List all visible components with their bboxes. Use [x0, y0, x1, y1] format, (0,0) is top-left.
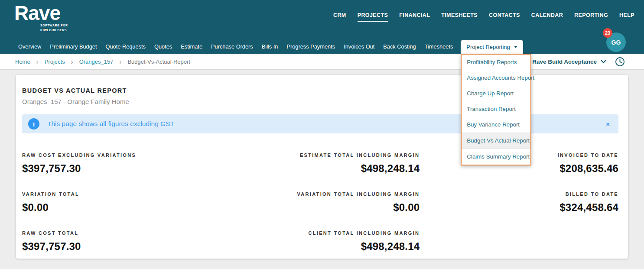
subnav-item-timesheets[interactable]: Timesheets	[424, 40, 454, 54]
logo-tagline: SOFTWARE FOR KIWI BUILDERS	[40, 23, 68, 32]
breadcrumb-bar: Home › Projects › Oranges_157 › Budget-V…	[0, 54, 644, 70]
breadcrumb-separator: ›	[71, 58, 73, 65]
stat-estimate-total-including-margin: ESTIMATE TOTAL INCLUDING MARGIN $498,248…	[221, 152, 420, 175]
clock-icon	[615, 57, 625, 67]
history-clock-button[interactable]	[615, 57, 625, 67]
banner-text: This page shows all figures excluding GS…	[47, 120, 174, 128]
stat-label: VARIATION TOTAL	[22, 191, 221, 197]
app-header: Rave SOFTWARE FOR KIWI BUILDERS CRM PROJ…	[0, 0, 644, 54]
chevron-down-icon	[514, 46, 517, 48]
menu-item-transaction-report[interactable]: Transaction Report	[462, 101, 530, 117]
subnav-item-invoices-out[interactable]: Invoices Out	[343, 40, 375, 54]
chevron-down-icon	[601, 60, 606, 64]
subnav-item-progress-payments[interactable]: Progress Payments	[286, 40, 336, 54]
menu-item-charge-up-report[interactable]: Charge Up Report	[462, 86, 530, 101]
nav-item-timesheets[interactable]: TIMESHEETS	[441, 12, 478, 22]
stat-label: CLIENT TOTAL INCLUDING MARGIN	[221, 230, 420, 236]
close-icon[interactable]: ×	[606, 121, 610, 127]
subnav-item-bills-in[interactable]: Bills In	[261, 40, 279, 54]
subnav-item-purchase-orders[interactable]: Purchase Orders	[210, 40, 254, 54]
menu-item-budget-vs-actual-report[interactable]: Budget Vs Actual Report	[462, 133, 530, 149]
stat-label: ESTIMATE TOTAL INCLUDING MARGIN	[221, 152, 420, 158]
project-reporting-label: Project Reporting	[466, 44, 510, 50]
stat-value: $0.00	[221, 201, 420, 214]
stat-value: $498,248.14	[221, 240, 420, 253]
stat-variation-total-including-margin: VARIATION TOTAL INCLUDING MARGIN $0.00	[221, 191, 420, 214]
stat-label: RAW COST EXCLUDING VARIATIONS	[22, 152, 221, 158]
subnav-item-estimate[interactable]: Estimate	[180, 40, 203, 54]
page-content: BUDGET VS ACTUAL REPORT Oranges_157 - Or…	[0, 70, 644, 259]
nav-item-help[interactable]: HELP	[619, 12, 634, 22]
subnav-item-overview[interactable]: Overview	[17, 40, 42, 54]
stat-raw-cost-total: RAW COST TOTAL $397,757.30	[22, 230, 221, 253]
stat-value: $0.00	[22, 201, 221, 214]
nav-item-financial[interactable]: FINANCIAL	[399, 12, 430, 22]
stat-label: VARIATION TOTAL INCLUDING MARGIN	[221, 191, 420, 197]
project-reporting-dropdown: Profitability Reports Assigned Accounts …	[461, 54, 531, 165]
stat-value: $397,757.30	[22, 240, 221, 253]
breadcrumb-current: Budget-Vs-Actual-Report	[127, 58, 190, 65]
project-selector[interactable]: Rave Build Acceptance	[532, 58, 606, 65]
info-icon: i	[28, 118, 39, 130]
breadcrumb-oranges-157[interactable]: Oranges_157	[79, 58, 114, 65]
subnav-item-quotes[interactable]: Quotes	[153, 40, 173, 54]
breadcrumb-home[interactable]: Home	[15, 58, 30, 65]
stat-value: $397,757.30	[22, 162, 221, 175]
subnav-item-quote-requests[interactable]: Quote Requests	[104, 40, 146, 54]
logo-wordmark: Rave	[14, 3, 68, 23]
stat-empty-cell	[420, 230, 618, 253]
breadcrumb-separator: ›	[36, 58, 39, 65]
stat-variation-total: VARIATION TOTAL $0.00	[22, 191, 221, 214]
tab-project-reporting[interactable]: Project Reporting Profitability Reports …	[461, 40, 523, 54]
stat-label: RAW COST TOTAL	[22, 230, 221, 236]
logo-tagline-line2: KIWI BUILDERS	[40, 28, 68, 33]
stats-grid: RAW COST EXCLUDING VARIATIONS $397,757.3…	[22, 152, 618, 253]
menu-item-profitability-reports[interactable]: Profitability Reports	[462, 55, 530, 70]
budget-vs-actual-card: BUDGET VS ACTUAL REPORT Oranges_157 - Or…	[16, 75, 628, 259]
nav-item-contacts[interactable]: CONTACTS	[489, 12, 520, 22]
menu-item-buy-variance-report[interactable]: Buy Variance Report	[462, 117, 530, 133]
project-subnav: Overview Preliminary Budget Quote Reques…	[17, 40, 523, 54]
stat-billed-to-date: BILLED TO DATE $324,458.64	[420, 191, 618, 214]
logo-tagline-line1: SOFTWARE FOR	[40, 23, 68, 28]
menu-item-claims-summary-report[interactable]: Claims Summary Report	[462, 149, 530, 165]
stat-label: BILLED TO DATE	[420, 191, 618, 197]
breadcrumb: Home › Projects › Oranges_157 › Budget-V…	[15, 58, 190, 65]
nav-item-reporting[interactable]: REPORTING	[574, 12, 608, 22]
stat-value: $498,248.14	[221, 162, 420, 175]
stat-raw-cost-excluding-variations: RAW COST EXCLUDING VARIATIONS $397,757.3…	[22, 152, 221, 175]
subnav-item-preliminary-budget[interactable]: Preliminary Budget	[49, 40, 98, 54]
stat-client-total-including-margin: CLIENT TOTAL INCLUDING MARGIN $498,248.1…	[221, 230, 420, 253]
nav-item-projects[interactable]: PROJECTS	[358, 12, 388, 22]
subnav-item-back-costing[interactable]: Back Costing	[382, 40, 416, 54]
primary-nav: CRM PROJECTS FINANCIAL TIMESHEETS CONTAC…	[333, 12, 634, 22]
menu-item-assigned-accounts-report[interactable]: Assigned Accounts Report	[462, 70, 530, 86]
stat-value: $324,458.64	[420, 201, 618, 214]
nav-item-crm[interactable]: CRM	[333, 12, 346, 22]
rave-logo[interactable]: Rave SOFTWARE FOR KIWI BUILDERS	[14, 3, 68, 32]
user-avatar-wrap: GG 23	[606, 32, 626, 52]
nav-item-calendar[interactable]: CALENDAR	[531, 12, 563, 22]
breadcrumb-separator: ›	[119, 58, 121, 65]
breadcrumb-projects[interactable]: Projects	[45, 58, 65, 65]
project-selector-label: Rave Build Acceptance	[532, 58, 597, 65]
notification-badge: 23	[603, 28, 612, 38]
breadcrumb-right-tools: Rave Build Acceptance	[532, 57, 625, 67]
